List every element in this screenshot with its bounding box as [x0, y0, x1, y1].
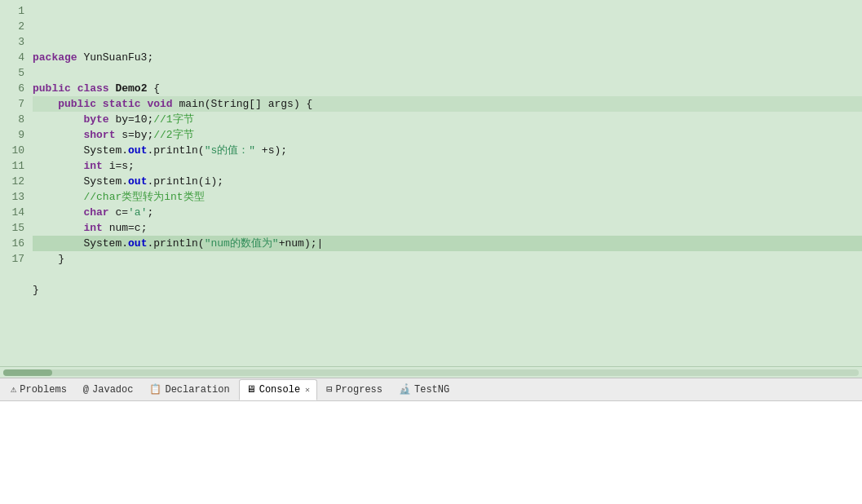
console-tab-label: Console [259, 384, 300, 396]
code-line-9: System.out.println(i); [33, 174, 862, 189]
code-line-8: int i=s; [33, 158, 862, 174]
code-line-1: package YunSuanFu3; [33, 50, 862, 65]
line-number-17: 17 [5, 251, 24, 267]
line-number-3: 3 [5, 34, 24, 50]
testng-tab-label: TestNG [414, 384, 449, 396]
code-line-17: ​ [33, 298, 862, 313]
scroll-thumb[interactable] [3, 369, 52, 376]
tab-problems[interactable]: ⚠Problems [3, 379, 74, 400]
line-number-11: 11 [5, 158, 24, 174]
line-number-2: 2 [5, 19, 24, 34]
line-number-16: 16 [5, 236, 24, 251]
testng-tab-icon: 🔬 [399, 383, 411, 396]
scroll-track[interactable] [3, 369, 859, 376]
code-line-13: System.out.println("num的数值为"+num);| [33, 236, 862, 251]
line-number-9: 9 [5, 127, 24, 143]
code-line-4: public static void main(String[] args) { [33, 96, 862, 112]
javadoc-tab-icon: @ [83, 384, 89, 396]
line-number-14: 14 [5, 205, 24, 220]
code-line-5: byte by=10;//1字节 [33, 112, 862, 127]
progress-tab-label: Progress [335, 384, 382, 396]
line-numbers: 1234567891011121314151617 [0, 3, 29, 363]
code-line-12: int num=c; [33, 220, 862, 236]
line-number-6: 6 [5, 81, 24, 96]
declaration-tab-label: Declaration [165, 384, 229, 396]
code-line-2: ​ [33, 65, 862, 81]
line-number-10: 10 [5, 143, 24, 158]
problems-tab-label: Problems [20, 384, 67, 396]
tabs-bar: ⚠Problems@Javadoc📋Declaration🖥Console✕⊟P… [0, 378, 862, 401]
console-output [0, 401, 862, 504]
tab-testng[interactable]: 🔬TestNG [391, 379, 457, 400]
tab-console[interactable]: 🖥Console✕ [239, 379, 317, 400]
line-number-8: 8 [5, 112, 24, 127]
horizontal-scrollbar[interactable] [0, 366, 862, 378]
javadoc-tab-label: Javadoc [92, 384, 133, 396]
console-tab-icon: 🖥 [246, 383, 256, 396]
tab-declaration[interactable]: 📋Declaration [142, 379, 236, 400]
code-line-3: public class Demo2 { [33, 81, 862, 96]
code-line-14: } [33, 251, 862, 267]
code-line-7: System.out.println("s的值：" +s); [33, 143, 862, 158]
line-number-15: 15 [5, 220, 24, 236]
declaration-tab-icon: 📋 [149, 383, 161, 396]
code-line-16: } [33, 282, 862, 298]
line-number-4: 4 [5, 50, 24, 65]
code-line-15: ​ [33, 267, 862, 282]
console-tab-close[interactable]: ✕ [305, 385, 310, 395]
code-line-11: char c='a'; [33, 205, 862, 220]
line-number-12: 12 [5, 174, 24, 189]
tab-progress[interactable]: ⊟Progress [319, 379, 390, 400]
line-number-13: 13 [5, 189, 24, 205]
code-line-6: short s=by;//2字节 [33, 127, 862, 143]
problems-tab-icon: ⚠ [11, 383, 16, 396]
line-number-1: 1 [5, 3, 24, 19]
code-line-10: //char类型转为int类型 [33, 189, 862, 205]
editor-area: 1234567891011121314151617 package YunSua… [0, 0, 862, 378]
code-container: 1234567891011121314151617 package YunSua… [0, 0, 862, 366]
bottom-panel: ⚠Problems@Javadoc📋Declaration🖥Console✕⊟P… [0, 378, 862, 504]
line-number-5: 5 [5, 65, 24, 81]
code-content[interactable]: package YunSuanFu3;​public class Demo2 {… [29, 3, 862, 363]
progress-tab-icon: ⊟ [326, 383, 332, 396]
tab-javadoc[interactable]: @Javadoc [76, 379, 141, 400]
line-number-7: 7 [5, 96, 24, 112]
